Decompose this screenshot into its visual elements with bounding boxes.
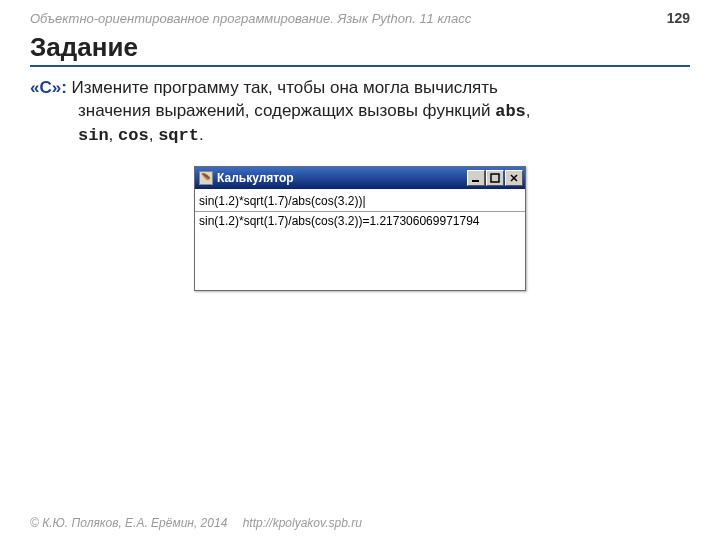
slide-header: Объектно-ориентированное программировани… xyxy=(30,10,690,26)
task-text-2c: , xyxy=(109,125,118,144)
task-text-1: Измените программу так, чтобы она могла … xyxy=(72,78,498,97)
slide-footer: © К.Ю. Поляков, Е.А. Ерёмин, 2014 http:/… xyxy=(30,516,362,530)
slide: Объектно-ориентированное программировани… xyxy=(0,0,720,540)
app-icon: 🪶 xyxy=(199,171,213,185)
result-text: sin(1.2)*sqrt(1.7)/abs(cos(3.2))=1.21730… xyxy=(199,214,480,228)
func-cos: cos xyxy=(118,126,149,145)
footer-copyright: © К.Ю. Поляков, Е.А. Ерёмин, 2014 xyxy=(30,516,227,530)
task-text-2b: , xyxy=(526,101,531,120)
slide-title: Задание xyxy=(30,32,690,67)
page-number: 129 xyxy=(667,10,690,26)
task-level: «C»: xyxy=(30,78,67,97)
expression-input[interactable] xyxy=(199,194,521,208)
func-abs: abs xyxy=(495,102,526,121)
window-buttons xyxy=(467,170,523,186)
task-text-indent: значения выражений, содержащих вызовы фу… xyxy=(30,100,690,148)
close-button[interactable] xyxy=(505,170,523,186)
svg-rect-0 xyxy=(472,180,479,182)
result-output: sin(1.2)*sqrt(1.7)/abs(cos(3.2))=1.21730… xyxy=(195,212,525,290)
task-body: «C»: Измените программу так, чтобы она м… xyxy=(30,77,690,148)
maximize-button[interactable] xyxy=(486,170,504,186)
task-text-2d: , xyxy=(149,125,158,144)
task-text-2a: значения выражений, содержащих вызовы фу… xyxy=(78,101,495,120)
svg-rect-1 xyxy=(491,174,499,182)
window-titlebar[interactable]: 🪶 Калькулятор xyxy=(195,167,525,189)
func-sqrt: sqrt xyxy=(158,126,199,145)
func-sin: sin xyxy=(78,126,109,145)
minimize-button[interactable] xyxy=(467,170,485,186)
window-title: Калькулятор xyxy=(217,171,467,185)
maximize-icon xyxy=(490,173,500,183)
course-title: Объектно-ориентированное программировани… xyxy=(30,11,471,26)
app-window: 🪶 Калькулятор sin(1.2)*sqrt(1.7)/abs(cos… xyxy=(194,166,526,291)
minimize-icon xyxy=(471,173,481,183)
close-icon xyxy=(509,173,519,183)
expression-input-row xyxy=(195,189,525,212)
task-text-2e: . xyxy=(199,125,204,144)
footer-url: http://kpolyakov.spb.ru xyxy=(243,516,362,530)
